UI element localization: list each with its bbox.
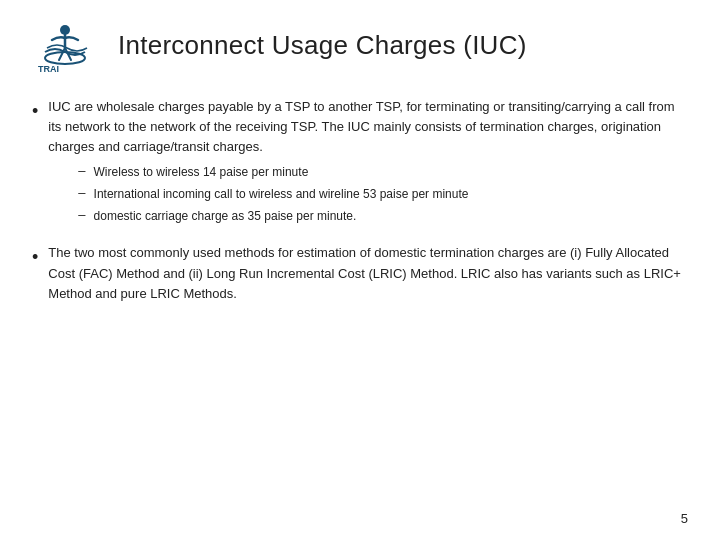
content-area: • IUC are wholesale charges payable by a… xyxy=(0,83,720,330)
sub-bullet-list-1: – Wireless to wireless 14 paise per minu… xyxy=(78,163,688,225)
header: TRAI Interconnect Usage Charges (IUC) xyxy=(0,0,720,83)
sub-dash-3: – xyxy=(78,207,85,222)
bullet-body-1: IUC are wholesale charges payable by a T… xyxy=(48,99,674,154)
bullet-item-2: • The two most commonly used methods for… xyxy=(32,243,688,303)
trai-logo: TRAI xyxy=(30,18,100,73)
sub-bullet-1-2: – International incoming call to wireles… xyxy=(78,185,688,203)
sub-bullet-1-1: – Wireless to wireless 14 paise per minu… xyxy=(78,163,688,181)
sub-dash-2: – xyxy=(78,185,85,200)
sub-text-1-2: International incoming call to wireless … xyxy=(94,185,469,203)
bullet-text-1: IUC are wholesale charges payable by a T… xyxy=(48,97,688,231)
svg-text:TRAI: TRAI xyxy=(38,64,59,73)
bullet-dot-1: • xyxy=(32,98,38,125)
sub-dash-1: – xyxy=(78,163,85,178)
sub-text-1-3: domestic carriage charge as 35 paise per… xyxy=(94,207,357,225)
page-number: 5 xyxy=(681,511,688,526)
bullet-item-1: • IUC are wholesale charges payable by a… xyxy=(32,97,688,231)
bullet-body-2: The two most commonly used methods for e… xyxy=(48,245,681,300)
slide-page: TRAI Interconnect Usage Charges (IUC) • … xyxy=(0,0,720,540)
sub-bullet-1-3: – domestic carriage charge as 35 paise p… xyxy=(78,207,688,225)
bullet-text-2: The two most commonly used methods for e… xyxy=(48,243,688,303)
sub-text-1-1: Wireless to wireless 14 paise per minute xyxy=(94,163,309,181)
bullet-dot-2: • xyxy=(32,244,38,271)
page-title: Interconnect Usage Charges (IUC) xyxy=(118,30,527,61)
svg-point-1 xyxy=(60,25,70,35)
